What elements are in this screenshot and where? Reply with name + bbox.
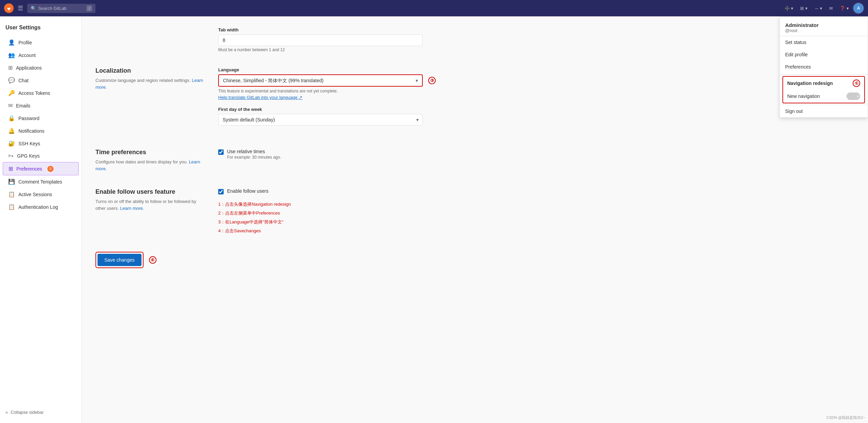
- sidebar-item-comment-templates[interactable]: 💾 Comment Templates: [3, 175, 79, 188]
- sidebar-item-label: Preferences: [16, 166, 42, 172]
- localization-text: Customize language and region related se…: [95, 77, 205, 90]
- time-preferences-fields: Use relative times For example: 30 minut…: [218, 149, 854, 172]
- sidebar-item-label: Comment Templates: [18, 179, 62, 185]
- ssh-keys-icon: 🔐: [8, 140, 15, 147]
- user-dropdown: Administrator @root Set status Edit prof…: [779, 16, 868, 118]
- new-navigation-row: New navigation: [783, 90, 864, 103]
- sidebar-item-account[interactable]: 👥 Account: [3, 49, 79, 61]
- preferences-badge: ②: [47, 166, 54, 172]
- follow-learn-more[interactable]: Learn more.: [120, 206, 144, 211]
- sidebar-item-label: Profile: [18, 40, 32, 45]
- language-annotation: ③: [428, 77, 436, 84]
- localization-section: Localization Customize language and regi…: [95, 67, 854, 132]
- main-content: Tab width Must be a number between 1 and…: [82, 16, 868, 423]
- sidebar-item-profile[interactable]: 👤 Profile: [3, 36, 79, 49]
- nav-redesign-label: Navigation redesign: [787, 81, 833, 86]
- tab-width-input[interactable]: [218, 34, 423, 46]
- sidebar-item-label: Chat: [18, 78, 29, 83]
- admin-name: Administrator: [785, 22, 862, 28]
- sidebar-item-label: Password: [18, 116, 39, 121]
- dropdown-header: Administrator @root: [780, 17, 868, 36]
- instruction-box: 1：点击头像选择Navigation redesign 2：点击左侧菜单中Pre…: [218, 200, 854, 235]
- time-preferences-text: Configure how dates and times display fo…: [95, 159, 205, 172]
- time-preferences-section: Time preferences Configure how dates and…: [95, 149, 854, 172]
- first-day-field: First day of the week System default (Su…: [218, 107, 854, 126]
- nav-redesign-section: Navigation redesign ① New navigation: [782, 76, 865, 103]
- access-tokens-icon: 🔑: [8, 90, 15, 96]
- instruction-1: 1：点击头像选择Navigation redesign: [218, 200, 854, 209]
- tab-width-label: Tab width: [218, 27, 854, 32]
- issues-button[interactable]: ⊞ ▾: [797, 4, 810, 13]
- sidebar-item-preferences[interactable]: ⊞ Preferences ②: [3, 162, 79, 175]
- sidebar-item-emails[interactable]: ✉ Emails: [3, 99, 79, 112]
- search-bar[interactable]: 🔍 Search GitLab /: [27, 4, 95, 13]
- sidebar-item-active-sessions[interactable]: 📋 Active Sessions: [3, 188, 79, 201]
- instruction-4: 4：点击Savechanges: [218, 227, 854, 235]
- sidebar-item-label: Notifications: [18, 128, 44, 134]
- follow-users-row: Enable follow users: [218, 188, 854, 194]
- language-label: Language: [218, 67, 854, 72]
- follow-users-label: Enable follow users: [227, 188, 268, 194]
- sidebar-item-applications[interactable]: ⊞ Applications: [3, 61, 79, 74]
- chat-icon: 💬: [8, 77, 15, 84]
- sidebar-item-gpg-keys[interactable]: 🗝 GPG Keys: [3, 150, 79, 162]
- follow-users-description: Enable follow users feature Turns on or …: [95, 188, 205, 235]
- sidebar-item-label: Account: [18, 53, 36, 58]
- use-relative-times-checkbox[interactable]: [218, 149, 224, 155]
- merge-requests-button[interactable]: ↔ ▾: [812, 4, 825, 13]
- slash-shortcut: /: [87, 5, 92, 11]
- language-select-wrapper: Chinese, Simplified - 简体中文 (99% translat…: [218, 74, 423, 87]
- hamburger-icon[interactable]: ☰: [16, 3, 25, 13]
- sidebar-item-notifications[interactable]: 🔔 Notifications: [3, 125, 79, 137]
- follow-users-title: Enable follow users feature: [95, 188, 205, 195]
- use-relative-times-row: Use relative times For example: 30 minut…: [218, 149, 854, 160]
- first-day-label: First day of the week: [218, 107, 854, 112]
- dropdown-divider: [780, 74, 868, 75]
- sign-out-item[interactable]: Sign out: [780, 105, 868, 117]
- sidebar-item-ssh-keys[interactable]: 🔐 SSH Keys: [3, 137, 79, 150]
- language-select[interactable]: Chinese, Simplified - 简体中文 (99% translat…: [219, 75, 422, 86]
- user-avatar-button[interactable]: A: [853, 3, 864, 14]
- localization-title: Localization: [95, 67, 205, 74]
- help-button[interactable]: ❓ ▾: [837, 4, 852, 13]
- sidebar-item-access-tokens[interactable]: 🔑 Access Tokens: [3, 87, 79, 99]
- nav-redesign-header: Navigation redesign ①: [783, 77, 864, 90]
- follow-users-fields: Enable follow users 1：点击头像选择Navigation r…: [218, 188, 854, 235]
- tab-width-hint: Must be a number between 1 and 12: [218, 47, 854, 52]
- sidebar-item-label: Emails: [16, 103, 30, 108]
- sidebar-item-auth-log[interactable]: 📋 Authentication Log: [3, 201, 79, 213]
- save-changes-button[interactable]: Save changes: [98, 254, 141, 266]
- translate-link[interactable]: Help translate GitLab into your language: [218, 95, 302, 100]
- admin-handle: @root: [785, 28, 862, 33]
- new-navigation-toggle[interactable]: [847, 92, 860, 100]
- sidebar-item-label: Applications: [16, 65, 42, 71]
- set-status-item[interactable]: Set status: [780, 36, 868, 48]
- time-preferences-description: Time preferences Configure how dates and…: [95, 149, 205, 172]
- comment-templates-icon: 💾: [8, 178, 15, 185]
- sidebar: User Settings 👤 Profile 👥 Account ⊞ Appl…: [0, 16, 82, 423]
- password-icon: 🔒: [8, 115, 15, 121]
- search-placeholder: Search GitLab: [38, 6, 66, 11]
- top-navigation: ☰ 🔍 Search GitLab / ➕ ▾ ⊞ ▾ ↔ ▾ ✉ ❓ ▾ A: [0, 0, 868, 16]
- edit-profile-item[interactable]: Edit profile: [780, 48, 868, 61]
- collapse-icon: «: [5, 410, 8, 415]
- language-field: Language Chinese, Simplified - 简体中文 (99%…: [218, 67, 854, 100]
- sidebar-item-label: Active Sessions: [18, 192, 52, 197]
- active-sessions-icon: 📋: [8, 191, 15, 198]
- preferences-dropdown-item[interactable]: Preferences: [780, 61, 868, 73]
- notifications-icon: 🔔: [8, 128, 15, 134]
- use-relative-times-label: Use relative times: [227, 149, 281, 154]
- first-day-select[interactable]: System default (Sunday): [218, 114, 423, 126]
- collapse-label: Collapse sidebar: [11, 410, 44, 415]
- language-hint: This feature is experimental and transla…: [218, 89, 854, 93]
- sidebar-item-password[interactable]: 🔒 Password: [3, 112, 79, 125]
- collapse-sidebar-button[interactable]: « Collapse sidebar: [0, 407, 81, 418]
- create-new-button[interactable]: ➕ ▾: [782, 4, 796, 13]
- todos-button[interactable]: ✉: [826, 4, 836, 13]
- follow-users-text: Turns on or off the ability to follow or…: [95, 198, 205, 212]
- footer-watermark: CSDN @我就是我352~: [826, 415, 865, 420]
- sidebar-item-chat[interactable]: 💬 Chat: [3, 74, 79, 87]
- follow-users-checkbox[interactable]: [218, 189, 224, 194]
- instruction-2: 2：点击左侧菜单中Preferences: [218, 209, 854, 218]
- profile-icon: 👤: [8, 39, 15, 46]
